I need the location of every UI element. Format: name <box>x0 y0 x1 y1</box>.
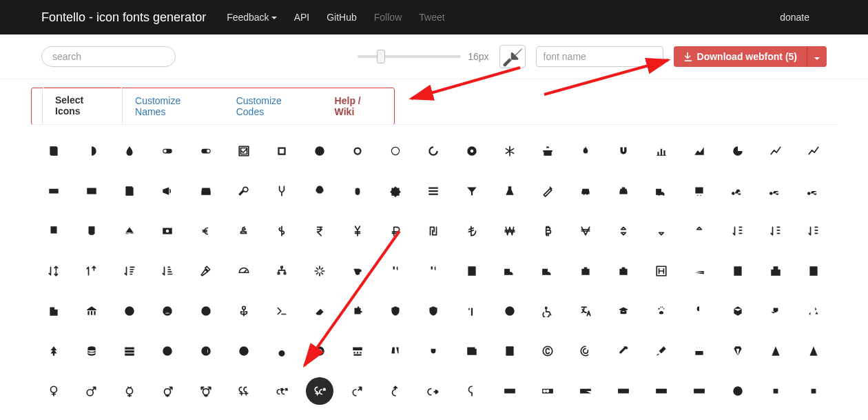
icon-diamond[interactable] <box>729 342 747 360</box>
icon-bus[interactable] <box>690 182 708 200</box>
slider-track[interactable] <box>358 55 461 58</box>
icon-eraser[interactable] <box>311 302 329 320</box>
icon-sortamt[interactable] <box>121 262 138 280</box>
icon-marsdbl[interactable] <box>273 382 291 400</box>
icon-street[interactable] <box>767 342 785 360</box>
icon-empire[interactable] <box>235 342 253 360</box>
icon-sortup[interactable] <box>690 222 708 240</box>
icon-card[interactable] <box>83 182 101 200</box>
icon-calc[interactable] <box>501 342 519 360</box>
icon-stripe[interactable] <box>690 382 708 400</box>
icon-birthday[interactable] <box>690 342 708 360</box>
icon-neuter[interactable] <box>463 382 481 400</box>
nav-donate[interactable]: donate <box>780 12 809 23</box>
icon-beaker[interactable] <box>501 182 519 200</box>
icon-tree[interactable] <box>45 342 63 360</box>
icon-ambulance[interactable] <box>501 262 519 280</box>
icon-transgender[interactable] <box>158 382 176 400</box>
icon-spinner[interactable] <box>311 262 329 280</box>
nav-follow[interactable]: Follow <box>374 12 402 23</box>
icon-asterisk[interactable] <box>501 142 519 160</box>
icon-pie[interactable] <box>729 142 747 160</box>
icon-fire[interactable] <box>577 142 595 160</box>
icon-lang[interactable] <box>577 302 595 320</box>
icon-discover[interactable] <box>577 382 595 400</box>
icon-sortnumdesc[interactable] <box>767 222 785 240</box>
icon-newspaper[interactable] <box>463 342 481 360</box>
icon-fork[interactable] <box>273 182 291 200</box>
icon-rouble[interactable] <box>386 222 404 240</box>
icon-marsstrokev[interactable] <box>386 382 404 400</box>
icon-subway[interactable] <box>83 222 101 240</box>
icon-toggleon[interactable] <box>197 142 215 160</box>
icon-brush[interactable] <box>652 342 670 360</box>
icon-tint[interactable] <box>121 142 138 160</box>
icon-taxi[interactable] <box>614 182 632 200</box>
icon-bitcoin[interactable] <box>539 222 557 240</box>
icon-rupee[interactable] <box>311 222 329 240</box>
icon-viacoin[interactable] <box>577 222 595 240</box>
icon-cubes[interactable] <box>767 302 785 320</box>
icon-shekel[interactable] <box>424 222 442 240</box>
tab-customize-names[interactable]: Customize Names <box>123 88 224 124</box>
icon-transalt[interactable] <box>197 382 215 400</box>
icon-bldg2[interactable] <box>805 262 823 280</box>
icon-circlenotch[interactable] <box>424 142 442 160</box>
icon-android[interactable] <box>805 382 823 400</box>
icon-hammer[interactable] <box>197 262 215 280</box>
icon-bldg3[interactable] <box>45 302 63 320</box>
icon-smile[interactable] <box>121 302 138 320</box>
icon-street[interactable] <box>805 342 823 360</box>
icon-square[interactable] <box>273 142 291 160</box>
icon-gradcap[interactable] <box>614 302 632 320</box>
icon-rocket[interactable] <box>311 182 329 200</box>
icon-cab[interactable] <box>577 182 595 200</box>
icon-bldg[interactable] <box>729 262 747 280</box>
icon-wheelchair[interactable] <box>539 302 557 320</box>
icon-try[interactable] <box>463 222 481 240</box>
icon-gift[interactable] <box>539 142 557 160</box>
icon-shieldempty[interactable] <box>424 302 442 320</box>
icon-spoon[interactable] <box>690 302 708 320</box>
icon-ticket[interactable] <box>45 182 63 200</box>
icon-sortnum[interactable] <box>729 222 747 240</box>
icon-bed[interactable] <box>690 262 708 280</box>
nav-tweet[interactable]: Tweet <box>419 12 444 23</box>
fontname-input[interactable] <box>536 46 663 67</box>
icon-bug[interactable] <box>349 182 366 200</box>
tab-customize-codes[interactable]: Customize Codes <box>224 88 322 124</box>
icon-hdd[interactable] <box>197 182 215 200</box>
icon-tasks[interactable] <box>424 182 442 200</box>
slider-handle[interactable] <box>377 50 385 63</box>
icon-sitemap[interactable] <box>273 262 291 280</box>
icon-meh[interactable] <box>197 302 215 320</box>
icon-dollar[interactable] <box>273 222 291 240</box>
icon-hsquare[interactable] <box>652 262 670 280</box>
icon-cube[interactable] <box>729 302 747 320</box>
icon-medkit[interactable] <box>577 262 595 280</box>
icon-certificate[interactable] <box>386 182 404 200</box>
icon-yen[interactable] <box>349 222 366 240</box>
icon-mastercard[interactable] <box>539 382 557 400</box>
icon-motorcycle[interactable] <box>805 182 823 200</box>
icon-copyright[interactable] <box>539 342 557 360</box>
icon-venusmars[interactable] <box>306 377 333 405</box>
icon-magnet[interactable] <box>614 142 632 160</box>
icon-magic[interactable] <box>539 182 557 200</box>
icon-venusdbl[interactable] <box>235 382 253 400</box>
icon-terminal[interactable] <box>273 302 291 320</box>
icon-paw[interactable] <box>652 302 670 320</box>
icon-bank[interactable] <box>83 302 101 320</box>
icon-medkit[interactable] <box>614 262 632 280</box>
icon-amex[interactable] <box>614 382 632 400</box>
icon-sortalpha[interactable] <box>45 262 63 280</box>
icon-sortamtdesc[interactable] <box>158 262 176 280</box>
icon-database[interactable] <box>83 342 101 360</box>
icon-frown[interactable] <box>158 302 176 320</box>
icon-bldg[interactable] <box>463 262 481 280</box>
icon-megaphone[interactable] <box>158 182 176 200</box>
nav-api[interactable]: API <box>294 12 310 23</box>
icon-android[interactable] <box>767 382 785 400</box>
icon-money[interactable] <box>158 222 176 240</box>
icon-ship[interactable] <box>121 222 138 240</box>
